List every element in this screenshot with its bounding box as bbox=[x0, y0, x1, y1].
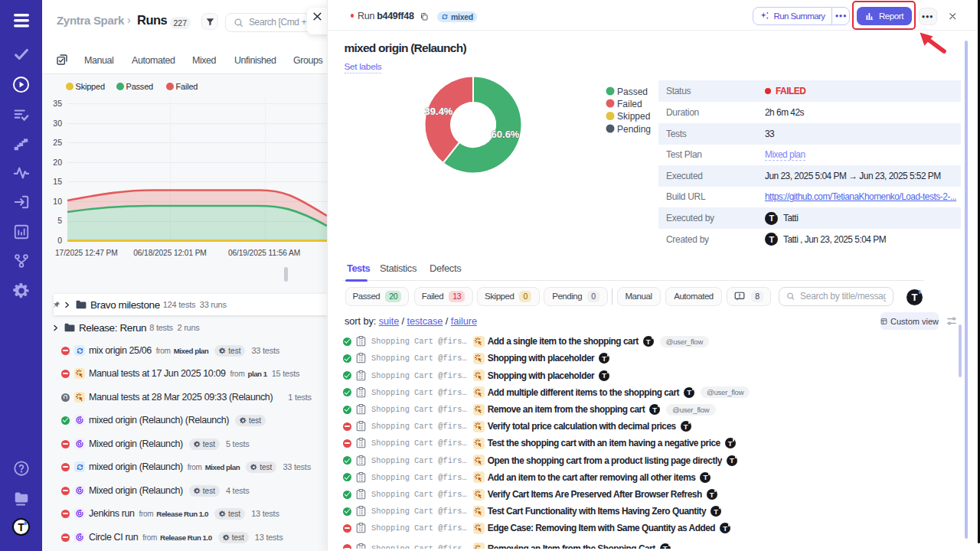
svg-text:06/19/2025 11:56 AM: 06/19/2025 11:56 AM bbox=[228, 249, 300, 257]
svg-text:Passed: Passed bbox=[617, 86, 648, 97]
svg-text:39.4%: 39.4% bbox=[425, 106, 453, 117]
svg-text:25: 25 bbox=[53, 138, 62, 147]
svg-text:Skipped: Skipped bbox=[617, 111, 650, 122]
svg-text:30: 30 bbox=[53, 119, 62, 128]
svg-text:0: 0 bbox=[57, 236, 62, 245]
svg-text:Skipped: Skipped bbox=[76, 82, 105, 91]
svg-text:17/2025 12:47 PM: 17/2025 12:47 PM bbox=[55, 249, 118, 257]
svg-text:35: 35 bbox=[53, 99, 62, 108]
svg-text:5: 5 bbox=[57, 216, 62, 225]
svg-text:20: 20 bbox=[53, 158, 62, 167]
svg-text:Pending: Pending bbox=[617, 124, 651, 135]
svg-text:60.6%: 60.6% bbox=[492, 129, 520, 140]
svg-text:10: 10 bbox=[53, 197, 62, 206]
svg-text:Failed: Failed bbox=[176, 82, 198, 91]
svg-text:06/18/2025 12:01 PM: 06/18/2025 12:01 PM bbox=[133, 249, 207, 257]
svg-text:Failed: Failed bbox=[617, 99, 642, 109]
svg-text:15: 15 bbox=[53, 177, 62, 186]
svg-text:Passed: Passed bbox=[126, 82, 154, 91]
